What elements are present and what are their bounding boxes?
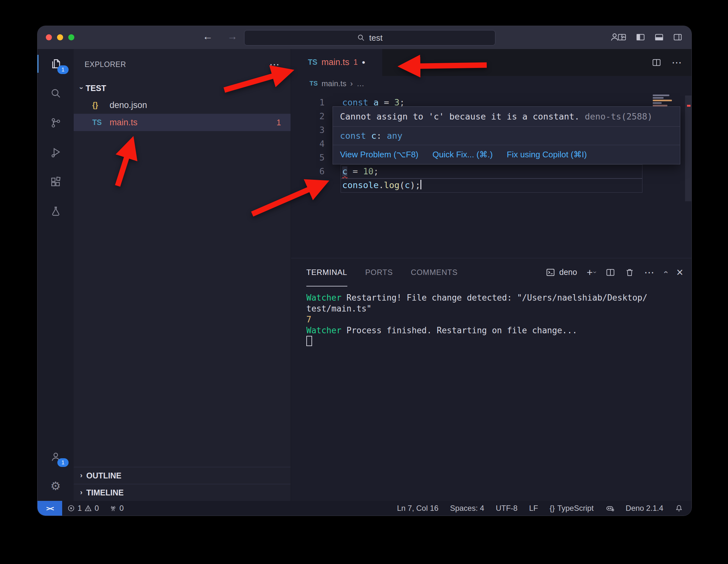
bell-icon[interactable]: [675, 504, 683, 512]
tab-main-ts[interactable]: TS main.ts 1 ●: [291, 49, 382, 76]
modified-dot-icon: ●: [362, 59, 365, 66]
line-number: 1: [291, 95, 325, 109]
line-number: 3: [291, 123, 325, 137]
source-control-branch-icon: [50, 117, 62, 129]
json-file-icon: {}: [92, 101, 105, 110]
terminal-text: Process finished. Restarting on file cha…: [342, 326, 577, 335]
activitybar-search[interactable]: [37, 79, 74, 108]
breadcrumb[interactable]: TS main.ts › …: [291, 76, 691, 91]
activitybar-run-debug[interactable]: [37, 137, 74, 167]
editor-scrollbar[interactable]: [685, 95, 691, 201]
back-icon[interactable]: ←: [203, 30, 213, 42]
view-problem-link[interactable]: View Problem (⌥F8): [340, 150, 418, 160]
search-value: test: [369, 33, 383, 43]
status-bar: >< 1 0 0 Ln 7, Co: [37, 501, 691, 516]
timeline-section[interactable]: › TIMELINE: [74, 484, 291, 501]
workbench: 1: [37, 49, 691, 501]
warning-count: 0: [95, 504, 99, 513]
minimize-window-button[interactable]: [57, 34, 63, 40]
file-row-main-ts[interactable]: TS main.ts 1: [74, 114, 291, 131]
terminal-text: Restarting! File change detected: "/User…: [342, 293, 648, 303]
quick-fix-link[interactable]: Quick Fix... (⌘.): [433, 150, 493, 160]
tab-problems-badge: 1: [353, 58, 358, 67]
kill-terminal-trash-icon[interactable]: [625, 268, 634, 277]
traffic-lights: [46, 34, 74, 40]
problems-status[interactable]: 1 0: [62, 504, 104, 513]
customize-layout-icon[interactable]: [617, 32, 627, 42]
line-number: 2: [291, 109, 325, 123]
language-mode[interactable]: {} TypeScript: [550, 504, 593, 513]
zoom-window-button[interactable]: [68, 34, 74, 40]
copilot-icon[interactable]: [605, 504, 614, 513]
explorer-header: EXPLORER ⋯: [74, 49, 291, 80]
activity-bar: 1: [37, 49, 74, 501]
encoding[interactable]: UTF-8: [496, 504, 517, 513]
activitybar-explorer[interactable]: 1: [37, 49, 74, 79]
outline-section[interactable]: › OUTLINE: [74, 467, 291, 484]
breadcrumb-file: main.ts: [322, 79, 346, 88]
search-icon: [50, 87, 62, 99]
cursor-position[interactable]: Ln 7, Col 16: [397, 504, 438, 513]
file-name: deno.json: [110, 100, 147, 110]
error-count: 1: [78, 504, 82, 513]
search-icon: [357, 34, 365, 42]
tab-comments[interactable]: COMMENTS: [411, 258, 458, 286]
file-row-deno-json[interactable]: {} deno.json: [74, 96, 291, 114]
eol-sequence[interactable]: LF: [529, 504, 538, 513]
terminal-watcher-label: Watcher: [306, 326, 342, 335]
activitybar-accounts[interactable]: 1: [37, 442, 74, 471]
panel-actions: deno + › ⋯: [546, 267, 683, 278]
hover-actions-row: View Problem (⌥F8) Quick Fix... (⌘.) Fix…: [333, 145, 680, 164]
new-terminal-button[interactable]: + ›: [587, 267, 596, 278]
close-window-button[interactable]: [46, 34, 52, 40]
terminal-output[interactable]: Watcher Restarting! File change detected…: [291, 286, 691, 347]
explorer-title: EXPLORER: [85, 60, 126, 69]
indentation[interactable]: Spaces: 4: [450, 504, 484, 513]
remote-indicator[interactable]: ><: [37, 501, 62, 516]
panel-header: TERMINAL PORTS COMMENTS deno +: [291, 258, 691, 286]
activitybar-settings[interactable]: ⚙: [37, 471, 74, 501]
deno-version[interactable]: Deno 2.1.4: [626, 504, 663, 513]
activitybar-source-control[interactable]: [37, 108, 74, 137]
ports-count: 0: [120, 504, 124, 513]
file-name: main.ts: [110, 118, 137, 128]
split-editor-icon[interactable]: [652, 58, 661, 67]
command-center-search[interactable]: test: [244, 30, 495, 46]
more-actions-icon[interactable]: ⋯: [672, 57, 682, 68]
error-icon: [67, 504, 75, 512]
ts-file-icon: TS: [310, 80, 318, 87]
maximize-panel-icon[interactable]: ›: [660, 271, 670, 274]
warning-icon: [84, 504, 92, 512]
section-label: TIMELINE: [86, 488, 124, 497]
activitybar-extensions[interactable]: [37, 167, 74, 196]
close-panel-icon[interactable]: ×: [676, 267, 683, 278]
terminal-shell-selector[interactable]: deno: [546, 268, 577, 277]
toggle-secondary-sidebar-icon[interactable]: [673, 32, 683, 42]
chevron-right-icon: ›: [80, 471, 82, 480]
forward-icon[interactable]: →: [227, 30, 237, 42]
chevron-right-icon: ›: [80, 488, 82, 497]
terminal-watcher-label: Watcher: [306, 293, 342, 303]
more-actions-icon[interactable]: ⋯: [644, 267, 654, 278]
text-cursor: [420, 180, 421, 189]
tab-ports[interactable]: PORTS: [365, 258, 393, 286]
shell-label: deno: [559, 268, 577, 277]
code-editor[interactable]: 1 2 3 4 5 6 7 const a = 3; c = 10; conso…: [291, 91, 691, 258]
split-terminal-icon[interactable]: [606, 268, 615, 277]
more-actions-icon[interactable]: ⋯: [269, 58, 280, 71]
activitybar-testing[interactable]: [37, 196, 74, 226]
hover-message: Cannot assign to 'c' because it is a con…: [340, 112, 580, 121]
titlebar: ← → test ›: [37, 26, 691, 49]
hover-signature-row: const c: any: [333, 126, 680, 145]
toggle-panel-icon[interactable]: [654, 32, 664, 42]
remote-icon: ><: [46, 504, 54, 512]
extensions-icon: [50, 176, 62, 187]
folder-section-test[interactable]: › TEST: [74, 80, 291, 96]
toggle-primary-sidebar-icon[interactable]: [636, 32, 645, 42]
fix-using-copilot-link[interactable]: Fix using Copilot (⌘I): [507, 150, 587, 160]
tab-terminal[interactable]: TERMINAL: [306, 258, 347, 286]
desktop-background: ← → test ›: [0, 0, 728, 564]
ports-status[interactable]: 0: [104, 504, 129, 513]
editor-group: TS main.ts 1 ● ⋯ TS main.ts ›: [291, 49, 691, 501]
layout-controls: [617, 32, 683, 42]
